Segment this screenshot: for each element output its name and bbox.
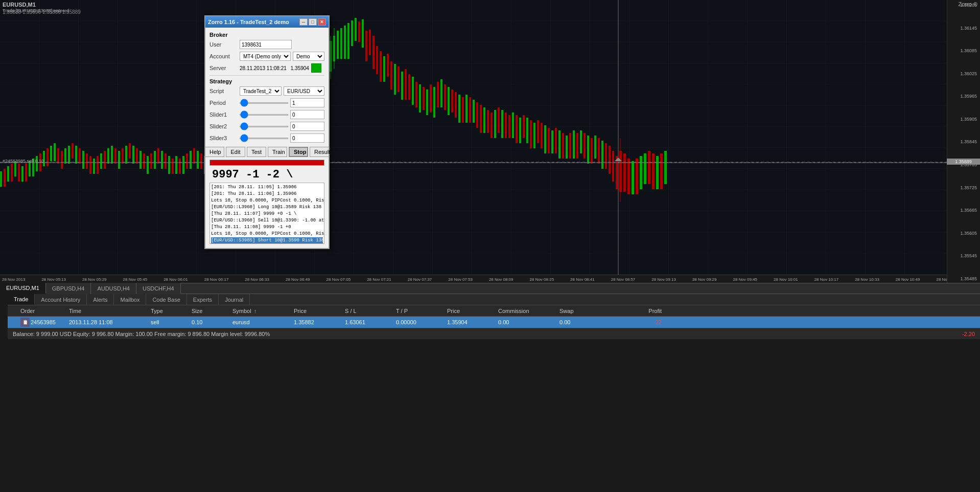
chart-tab-gbpusd-h4[interactable]: GBPUSD,H4 [46,283,91,294]
svg-rect-122 [64,148,66,164]
col-header-sl: S / L [345,308,396,314]
cell-type: sell [151,319,192,325]
help-button[interactable]: Help [205,147,224,157]
svg-rect-30 [405,69,407,100]
terminal-tab-codebase[interactable]: Code Base [146,294,186,305]
terminal-header: Order Time Type Size Symbol ↑ Price S / … [8,305,980,317]
svg-rect-96 [636,159,638,194]
svg-rect-33 [415,82,417,107]
result-button[interactable]: Result [310,147,329,157]
svg-rect-86 [605,143,607,169]
svg-rect-8 [333,36,335,61]
maximize-button[interactable]: □ [309,18,317,26]
svg-rect-59 [508,115,510,138]
slider1-row: Slider1 [209,110,324,119]
svg-rect-35 [423,87,425,110]
user-row: User [209,40,324,49]
svg-rect-154 [179,159,181,174]
chart-tab-audusd-h4[interactable]: AUDUSD,H4 [91,283,136,294]
svg-rect-70 [548,128,550,153]
time-label: 28 Nov 2013 [2,277,25,282]
slider3-row: Slider3 [209,133,324,143]
svg-rect-152 [172,159,174,174]
test-button[interactable]: Test [247,147,266,157]
svg-rect-25 [387,54,389,77]
dialog-body: Broker User Account MT4 (Demo only) Demo… [205,28,329,248]
svg-rect-151 [168,156,170,174]
log-line: Lots 10, Stop 0.0000, PIPCost 0.1000, Ri… [211,231,323,237]
svg-rect-54 [491,113,493,138]
svg-rect-66 [533,123,535,148]
price-label: 1.36145 [948,26,979,31]
time-label: 28 Nov 06:33 [245,277,269,282]
account-mode-select[interactable]: Demo [293,52,324,61]
chart-tab-usdchf-h4[interactable]: USDCHF,H4 [136,283,181,294]
slider3-control[interactable] [240,138,288,139]
stop-button[interactable]: Stop [289,147,308,157]
minimize-button[interactable]: ─ [299,18,308,26]
svg-rect-95 [632,161,634,194]
slider3-value[interactable] [290,133,324,143]
log-area[interactable]: [201: Thu 28.11. 11:05] 1.35906 [201: Th… [209,183,324,244]
svg-rect-45 [458,95,460,123]
terminal-tab-trade[interactable]: Trade [8,294,35,305]
svg-rect-90 [619,151,622,192]
svg-rect-158 [193,148,195,164]
svg-rect-142 [136,148,138,164]
cell-commission: 0.00 [498,319,559,325]
svg-rect-110 [21,166,24,182]
account-label: Account [209,53,238,59]
slider2-row: Slider2 [209,122,324,131]
svg-rect-157 [190,151,192,169]
chart-title: EURUSD,M1 [3,2,36,8]
terminal-tab-journal[interactable]: Journal [219,294,250,305]
svg-rect-5 [330,41,332,72]
svg-rect-71 [551,130,553,153]
strategy-section-label: Strategy [209,78,324,84]
chart-tab-eurusd-m1[interactable]: EURUSD,M1 [0,283,46,294]
table-row[interactable]: 📋 24563985 2013.11.28 11:08 sell 0.10 eu… [8,317,980,328]
terminal-tab-mailbox[interactable]: Mailbox [114,294,146,305]
terminal-tab-account-history[interactable]: Account History [35,294,87,305]
svg-rect-69 [544,125,546,153]
svg-rect-160 [200,153,202,169]
script-row: Script TradeTest_2 EUR/USD [209,86,324,96]
svg-rect-102 [660,153,663,189]
svg-rect-155 [182,156,184,174]
close-button[interactable]: ✕ [318,18,326,26]
account-type-select[interactable]: MT4 (Demo only) [240,52,291,61]
edit-button[interactable]: Edit [226,147,245,157]
train-button[interactable]: Train [268,147,287,157]
slider2-control[interactable] [240,126,288,127]
svg-rect-63 [523,115,525,138]
svg-rect-23 [380,51,382,82]
period-slider[interactable] [240,102,288,104]
slider1-value[interactable] [290,110,324,119]
slider2-value[interactable] [290,122,324,131]
svg-rect-68 [541,123,543,148]
svg-rect-129 [89,156,91,174]
col-header-commission: Commission [498,308,559,314]
slider1-control[interactable] [240,114,288,116]
slider2-label: Slider2 [209,123,238,129]
time-label: 28 Nov 10:01 [774,277,798,282]
svg-rect-77 [573,130,575,159]
price-label: 1.35905 [948,117,979,122]
user-label: User [209,41,238,48]
zorro-dialog: Zorro 1.16 - TradeTest_2 demo ─ □ ✕ Brok… [204,15,330,249]
svg-rect-156 [186,153,188,169]
svg-rect-11 [337,31,339,59]
terminal-tab-alerts[interactable]: Alerts [87,294,114,305]
svg-rect-84 [598,138,600,164]
user-input[interactable] [240,40,292,49]
price-label: 1.35965 [948,94,979,99]
currency-select[interactable]: EUR/USD [284,86,324,96]
script-select[interactable]: TradeTest_2 [240,86,282,96]
period-value[interactable] [290,98,324,107]
svg-rect-117 [46,148,49,166]
svg-rect-94 [627,159,630,194]
svg-rect-29 [401,72,403,100]
terminal-tab-experts[interactable]: Experts [187,294,219,305]
svg-rect-85 [601,141,603,169]
svg-rect-32 [412,77,414,105]
